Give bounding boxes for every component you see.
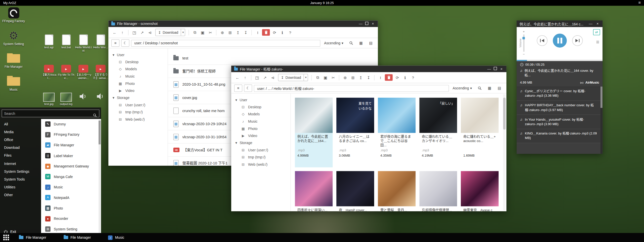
volume-track[interactable] <box>523 34 524 52</box>
app-item-notepada[interactable]: ANotepadA <box>41 192 101 203</box>
scrollbar-thumb[interactable] <box>503 98 506 130</box>
sidebar-item-desktop[interactable]: ⊡Desktop <box>108 58 168 65</box>
new-file-icon[interactable]: ⊕ <box>219 29 226 36</box>
volume-thumb[interactable] <box>523 37 525 40</box>
desktop-file-file-10[interactable] <box>75 93 92 101</box>
share-icon[interactable]: ⊲ <box>147 29 153 36</box>
window-titlebar[interactable]: 例えば、今此処に置かれた花に＿164 c... — × <box>517 20 603 27</box>
category-files[interactable]: Files <box>0 152 41 159</box>
desktop-file-test-bat[interactable]: test.bat <box>57 34 75 49</box>
desktop-file-output-log[interactable]: output.log <box>57 93 75 106</box>
music-file-tile[interactable]: 「寂しい」命に嫌われている＿カンザキイオリ....mp34.19MB <box>419 98 457 167</box>
sort-dropdown[interactable]: Ascending▾ <box>450 86 474 90</box>
category-internet[interactable]: Internet <box>0 160 41 167</box>
desktop-file-hello-world-txt[interactable]: Hello World.txt <box>75 34 92 53</box>
search-bar[interactable]: Search <box>2 110 100 117</box>
properties-icon[interactable]: ℹ <box>402 74 408 81</box>
scrollbar[interactable] <box>503 94 506 211</box>
aroz-brand-label[interactable]: My ArOZ <box>3 1 16 5</box>
desktop-file-test-jpg[interactable]: test.jpg <box>40 93 57 106</box>
app-item-recorder[interactable]: ●Recorder <box>41 214 101 224</box>
music-file-tile[interactable]: 蕾と蕾桜＿青丹... <box>378 171 416 211</box>
sidebar-item-user-user[interactable]: ⊟User (user:/) <box>108 101 168 109</box>
grid-view-icon[interactable]: ▦ <box>486 85 494 92</box>
paste-icon[interactable]: ▣ <box>199 29 206 36</box>
app-item-file-manager[interactable]: ▰File Manager <box>41 140 101 151</box>
window-titlebar[interactable]: File Manager - 柘榴-zakuro-—× <box>231 66 506 72</box>
desktop-file-yukimin[interactable]: ▸【まふゆ～yukimin... <box>75 65 92 80</box>
previous-track-button[interactable] <box>537 35 547 46</box>
close-button[interactable]: × <box>371 22 375 26</box>
category-system-tools[interactable]: System Tools <box>0 175 41 183</box>
rename-icon[interactable]: I <box>254 29 261 36</box>
grid-view-icon[interactable]: ▦ <box>357 39 365 47</box>
desktop-file-aimai[interactable]: ▸【恋するうた】aimai... <box>92 65 109 80</box>
scrollbar-thumb[interactable] <box>99 121 101 144</box>
share-icon[interactable]: ⊲ <box>269 74 276 81</box>
music-file-tile[interactable]: 忘却感傷代償連盟... <box>419 171 457 211</box>
refresh-icon[interactable]: ⟳ <box>271 29 278 36</box>
app-item-music[interactable]: ♪Music <box>41 182 101 192</box>
minimize-button[interactable]: — <box>487 67 491 71</box>
sidebar-section-storage[interactable]: ▾Storage <box>108 94 168 101</box>
playlist-item[interactable]: ♫KING＿Kanaria cover. by 柘榴-zakuro-.mp3 (… <box>517 129 603 143</box>
sidebar-item-video[interactable]: ▶Video <box>231 132 291 140</box>
sort-dropdown[interactable]: Ascending▾ <box>322 41 345 45</box>
list-view-icon[interactable]: ▤ <box>495 85 504 92</box>
sidebar-section-user[interactable]: ▾User <box>108 51 168 58</box>
breadcrumb[interactable]: user: / Desktop / screenshot <box>131 40 320 47</box>
volume-slider[interactable]: Volume + − <box>519 30 525 56</box>
airmusic-cast-button[interactable]: ⇄ <box>593 29 600 35</box>
scrollbar[interactable] <box>600 87 602 154</box>
next-track-button[interactable] <box>572 35 583 46</box>
sidebar-item-models[interactable]: ◇Models <box>108 65 168 73</box>
menu-icon[interactable]: ≡ <box>111 39 120 47</box>
download-file-icon[interactable]: ↧ <box>242 29 249 36</box>
copy-icon[interactable]: ⧉ <box>191 29 198 36</box>
playlist-item[interactable]: ♫Cynic＿ポリスピカデリー cover. by 柘榴-zakuro-.mp3… <box>517 87 603 101</box>
close-button[interactable]: × <box>499 67 503 71</box>
app-item-dummy[interactable]: ✎Dummy <box>41 119 101 129</box>
volume-minus-button[interactable]: − <box>523 52 525 56</box>
upload-icon[interactable]: ↥ <box>235 29 241 36</box>
category-download[interactable]: Download <box>0 144 41 152</box>
search-icon[interactable] <box>347 39 355 47</box>
help-icon[interactable]: ? <box>287 29 294 36</box>
minimize-button[interactable]: — <box>589 22 593 26</box>
music-file-tile[interactable]: 君が夜の海に還るまで＿こんにちは谷田....mp34.35MB <box>378 98 416 167</box>
open-icon[interactable]: ◳ <box>131 29 138 36</box>
desktop-file-vocal[interactable]: ▸【東方Vocal... <box>40 65 57 80</box>
playlist-toggle-icon[interactable]: ≡ <box>596 39 599 45</box>
maximize-button[interactable] <box>493 67 497 71</box>
app-grid-icon[interactable] <box>3 235 9 240</box>
sidebar-item-web-web[interactable]: ⊟Web (web:/) <box>108 116 168 123</box>
music-file-tile[interactable]: 例えば、今此処に置かれた花に＿164....mp34.99MB <box>295 98 333 167</box>
back-icon[interactable]: ← <box>111 29 118 36</box>
up-icon[interactable]: ↑ <box>242 74 248 81</box>
sidebar-item-tmp-tmp[interactable]: ⊟tmp (tmp:/) <box>231 154 291 161</box>
sidebar-section-user[interactable]: ▾User <box>231 96 291 103</box>
cut-icon[interactable]: ✂ <box>207 29 214 36</box>
desktop-file-test-agi[interactable]: test.agi <box>40 34 57 49</box>
category-all[interactable]: All <box>0 120 41 128</box>
breadcrumb[interactable]: user: / ... / Hello World / 柘榴-zakuro- <box>254 85 449 92</box>
category-other[interactable]: Other <box>0 191 41 199</box>
taskbar-item-file-manager-1[interactable]: File Manager <box>62 235 93 240</box>
upload-icon[interactable]: ↥ <box>358 74 364 81</box>
desktop-file-hello-wor[interactable]: Hello Wor... <box>92 34 109 49</box>
refresh-icon[interactable]: ⟳ <box>394 74 401 81</box>
music-file-tile[interactable]: 四季折々に揺蕩い... <box>295 171 333 211</box>
airmusic-badge[interactable]: AirMusic <box>579 81 599 84</box>
open-new-window-icon[interactable]: ↗ <box>139 29 145 36</box>
taskbar-item-music-2[interactable]: ♪Music <box>107 234 126 240</box>
sidebar-item-desktop[interactable]: ⊡Desktop <box>231 103 291 111</box>
list-view-icon[interactable]: ▤ <box>367 39 375 47</box>
category-office[interactable]: Office <box>0 136 41 144</box>
copy-icon[interactable]: ⧉ <box>314 74 321 81</box>
close-button[interactable]: × <box>596 22 600 26</box>
new-file-icon[interactable]: ⊕ <box>342 74 348 81</box>
paste-icon[interactable]: ▣ <box>322 74 329 81</box>
app-item-ffmpeg-factory[interactable]: FFFmpeg Factory <box>41 129 101 140</box>
music-file-tile[interactable]: 幽霊東京＿Ayase co... <box>461 171 499 211</box>
download-caret-icon[interactable]: ▾ <box>181 29 185 36</box>
